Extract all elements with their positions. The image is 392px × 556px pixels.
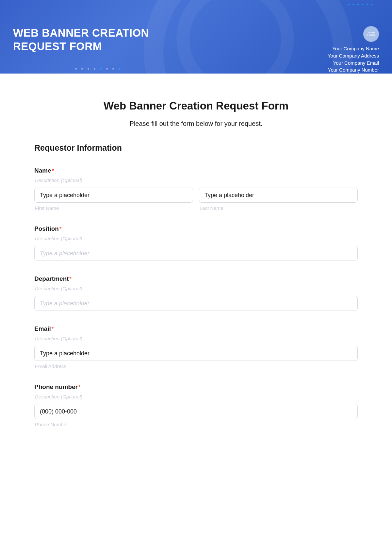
- last-name-sublabel: Last Name: [199, 205, 358, 211]
- position-input[interactable]: [34, 246, 358, 261]
- logo-placeholder: YOUR LOGO: [363, 26, 379, 42]
- position-description: Description (Optional): [34, 236, 358, 241]
- field-position: Position* Description (Optional): [34, 225, 358, 261]
- department-input[interactable]: [34, 296, 358, 311]
- department-label: Department: [34, 275, 69, 282]
- first-name-sublabel: First Name: [34, 205, 193, 211]
- form-content: Web Banner Creation Request Form Please …: [0, 74, 392, 455]
- company-info: YOUR LOGO Your Company Name Your Company…: [328, 26, 379, 74]
- first-name-input[interactable]: [34, 188, 193, 203]
- email-input[interactable]: [34, 346, 358, 361]
- phone-sublabel: Phone Number: [34, 422, 358, 427]
- required-marker: *: [78, 384, 80, 390]
- last-name-input[interactable]: [199, 188, 358, 203]
- position-label: Position: [34, 225, 59, 232]
- required-marker: *: [52, 326, 54, 332]
- page-subtitle: Please fill out the form below for your …: [34, 120, 358, 127]
- field-email: Email* Description (Optional) Email Addr…: [34, 325, 358, 369]
- company-number: Your Company Number: [328, 66, 379, 74]
- email-sublabel: Email Address: [34, 363, 358, 369]
- department-description: Description (Optional): [34, 286, 358, 291]
- name-label: Name: [34, 167, 51, 174]
- header-banner: WEB BANNER CREATION REQUEST FORM YOUR LO…: [0, 0, 392, 74]
- company-email: Your Company Email: [328, 59, 379, 67]
- section-title: Requestor Information: [34, 143, 358, 153]
- company-address: Your Company Address: [328, 52, 379, 59]
- email-description: Description (Optional): [34, 336, 358, 341]
- field-phone: Phone number* Description (Optional) Pho…: [34, 383, 358, 427]
- phone-description: Description (Optional): [34, 394, 358, 399]
- field-department: Department* Description (Optional): [34, 275, 358, 311]
- phone-input[interactable]: [34, 404, 358, 419]
- header-title: WEB BANNER CREATION REQUEST FORM: [13, 26, 157, 74]
- phone-label: Phone number: [34, 383, 78, 390]
- required-marker: *: [70, 276, 72, 282]
- company-name: Your Company Name: [328, 45, 379, 52]
- page-title: Web Banner Creation Request Form: [34, 100, 358, 112]
- name-description: Description (Optional): [34, 177, 358, 183]
- decorative-dots-top: [348, 4, 372, 5]
- required-marker: *: [59, 226, 61, 232]
- required-marker: *: [52, 168, 54, 174]
- field-name: Name* Description (Optional) First Name …: [34, 167, 358, 211]
- email-label: Email: [34, 325, 51, 332]
